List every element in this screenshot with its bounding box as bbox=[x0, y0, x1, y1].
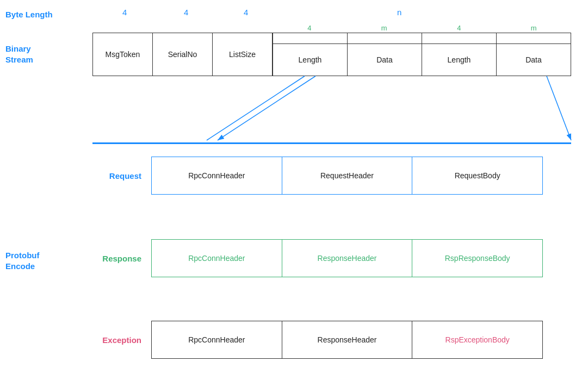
cell-length2: Length bbox=[422, 44, 497, 76]
exception-cell-1: RpcConnHeader bbox=[152, 321, 282, 358]
byte-num-4c: 4 bbox=[244, 8, 248, 17]
n-cells: Length Data Length Data bbox=[273, 44, 571, 76]
cell-length1: Length bbox=[273, 44, 348, 76]
inner-label-4b: 4 bbox=[422, 24, 497, 32]
n-sub-label-blank2 bbox=[348, 33, 422, 43]
response-label: Response bbox=[76, 254, 141, 263]
svg-line-2 bbox=[218, 76, 315, 140]
response-cell-1: RpcConnHeader bbox=[152, 240, 282, 277]
request-box: RpcConnHeader RequestHeader RequestBody bbox=[151, 157, 543, 195]
inner-label-ma: m bbox=[347, 24, 422, 32]
inner-label-mb: m bbox=[497, 24, 572, 32]
cell-listsize: ListSize bbox=[213, 33, 273, 76]
diagram-container: Byte Length Binary Stream Protobuf Encod… bbox=[0, 0, 588, 380]
exception-cell-2: ResponseHeader bbox=[282, 321, 413, 358]
cell-msgtoklen: MsgToken bbox=[93, 33, 153, 76]
cell-data2: Data bbox=[497, 44, 571, 76]
request-label: Request bbox=[76, 171, 141, 180]
exception-label: Exception bbox=[76, 335, 141, 345]
response-row: Response RpcConnHeader ResponseHeader Rs… bbox=[76, 239, 543, 277]
byte-num-4a: 4 bbox=[122, 8, 127, 17]
request-row: Request RpcConnHeader RequestHeader Requ… bbox=[76, 157, 543, 195]
svg-line-3 bbox=[207, 76, 305, 140]
exception-row: Exception RpcConnHeader ResponseHeader R… bbox=[76, 321, 543, 359]
request-cell-1: RpcConnHeader bbox=[152, 157, 282, 194]
protobuf-encode-label: Protobuf Encode bbox=[5, 250, 39, 271]
response-cell-2: ResponseHeader bbox=[282, 240, 413, 277]
svg-line-4 bbox=[547, 76, 571, 140]
byte-num-4b: 4 bbox=[184, 8, 188, 17]
cell-data1: Data bbox=[348, 44, 422, 76]
cell-serialno: SerialNo bbox=[153, 33, 213, 76]
byte-num-n: n bbox=[397, 8, 401, 17]
n-sub-label-blank4 bbox=[497, 33, 571, 43]
inner-labels-row: 4 m 4 m bbox=[272, 24, 571, 32]
n-top-labels bbox=[273, 33, 571, 44]
request-cell-3: RequestBody bbox=[412, 157, 542, 194]
exception-cell-3: RspExceptionBody bbox=[412, 321, 542, 358]
binary-stream-box: MsgToken SerialNo ListSize Length Data L… bbox=[92, 33, 571, 76]
response-box: RpcConnHeader ResponseHeader RspResponse… bbox=[151, 239, 543, 277]
request-cell-2: RequestHeader bbox=[282, 157, 413, 194]
n-sub-label-blank1 bbox=[273, 33, 348, 43]
horizontal-divider bbox=[92, 142, 571, 144]
byte-length-label: Byte Length bbox=[5, 10, 53, 19]
inner-label-4a: 4 bbox=[272, 24, 347, 32]
response-cell-3: RspResponseBody bbox=[412, 240, 542, 277]
n-block: Length Data Length Data bbox=[273, 33, 571, 76]
n-sub-label-blank3 bbox=[422, 33, 497, 43]
binary-stream-label: Binary Stream bbox=[5, 43, 33, 65]
exception-box: RpcConnHeader ResponseHeader RspExceptio… bbox=[151, 321, 543, 359]
